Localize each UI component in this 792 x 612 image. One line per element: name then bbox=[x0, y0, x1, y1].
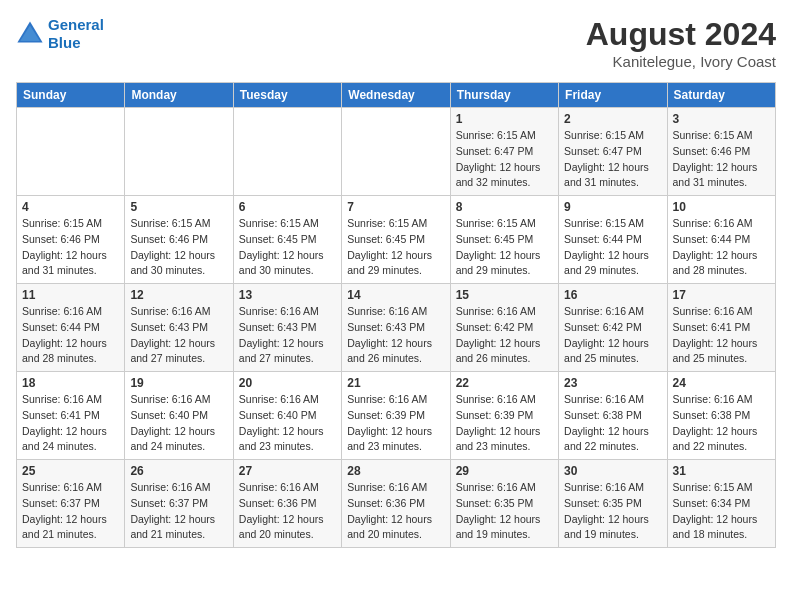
day-info: Sunrise: 6:15 AMSunset: 6:45 PMDaylight:… bbox=[239, 216, 336, 279]
title-block: August 2024 Kanitelegue, Ivory Coast bbox=[586, 16, 776, 70]
header-day: Monday bbox=[125, 83, 233, 108]
day-number: 15 bbox=[456, 288, 553, 302]
day-number: 13 bbox=[239, 288, 336, 302]
day-number: 25 bbox=[22, 464, 119, 478]
calendar-cell bbox=[17, 108, 125, 196]
day-number: 21 bbox=[347, 376, 444, 390]
calendar-cell: 30Sunrise: 6:16 AMSunset: 6:35 PMDayligh… bbox=[559, 460, 667, 548]
header-day: Friday bbox=[559, 83, 667, 108]
day-number: 31 bbox=[673, 464, 770, 478]
calendar-cell: 25Sunrise: 6:16 AMSunset: 6:37 PMDayligh… bbox=[17, 460, 125, 548]
day-info: Sunrise: 6:16 AMSunset: 6:42 PMDaylight:… bbox=[564, 304, 661, 367]
day-info: Sunrise: 6:15 AMSunset: 6:47 PMDaylight:… bbox=[456, 128, 553, 191]
day-info: Sunrise: 6:16 AMSunset: 6:39 PMDaylight:… bbox=[456, 392, 553, 455]
day-info: Sunrise: 6:15 AMSunset: 6:46 PMDaylight:… bbox=[130, 216, 227, 279]
day-info: Sunrise: 6:16 AMSunset: 6:37 PMDaylight:… bbox=[130, 480, 227, 543]
day-info: Sunrise: 6:16 AMSunset: 6:43 PMDaylight:… bbox=[130, 304, 227, 367]
calendar-cell bbox=[233, 108, 341, 196]
day-info: Sunrise: 6:15 AMSunset: 6:46 PMDaylight:… bbox=[673, 128, 770, 191]
calendar-cell: 22Sunrise: 6:16 AMSunset: 6:39 PMDayligh… bbox=[450, 372, 558, 460]
calendar-cell bbox=[125, 108, 233, 196]
day-info: Sunrise: 6:16 AMSunset: 6:43 PMDaylight:… bbox=[347, 304, 444, 367]
day-info: Sunrise: 6:16 AMSunset: 6:44 PMDaylight:… bbox=[22, 304, 119, 367]
day-info: Sunrise: 6:16 AMSunset: 6:38 PMDaylight:… bbox=[673, 392, 770, 455]
day-number: 17 bbox=[673, 288, 770, 302]
day-number: 26 bbox=[130, 464, 227, 478]
calendar-cell: 4Sunrise: 6:15 AMSunset: 6:46 PMDaylight… bbox=[17, 196, 125, 284]
day-info: Sunrise: 6:16 AMSunset: 6:41 PMDaylight:… bbox=[673, 304, 770, 367]
day-info: Sunrise: 6:16 AMSunset: 6:36 PMDaylight:… bbox=[347, 480, 444, 543]
calendar-cell: 19Sunrise: 6:16 AMSunset: 6:40 PMDayligh… bbox=[125, 372, 233, 460]
logo-icon bbox=[16, 20, 44, 48]
calendar-cell: 17Sunrise: 6:16 AMSunset: 6:41 PMDayligh… bbox=[667, 284, 775, 372]
day-number: 11 bbox=[22, 288, 119, 302]
header-day: Thursday bbox=[450, 83, 558, 108]
calendar-cell bbox=[342, 108, 450, 196]
calendar-cell: 8Sunrise: 6:15 AMSunset: 6:45 PMDaylight… bbox=[450, 196, 558, 284]
day-number: 19 bbox=[130, 376, 227, 390]
calendar-title: August 2024 bbox=[586, 16, 776, 53]
day-number: 23 bbox=[564, 376, 661, 390]
calendar-cell: 13Sunrise: 6:16 AMSunset: 6:43 PMDayligh… bbox=[233, 284, 341, 372]
calendar-cell: 29Sunrise: 6:16 AMSunset: 6:35 PMDayligh… bbox=[450, 460, 558, 548]
calendar-week-row: 18Sunrise: 6:16 AMSunset: 6:41 PMDayligh… bbox=[17, 372, 776, 460]
calendar-cell: 12Sunrise: 6:16 AMSunset: 6:43 PMDayligh… bbox=[125, 284, 233, 372]
day-info: Sunrise: 6:16 AMSunset: 6:38 PMDaylight:… bbox=[564, 392, 661, 455]
day-number: 12 bbox=[130, 288, 227, 302]
day-info: Sunrise: 6:16 AMSunset: 6:40 PMDaylight:… bbox=[130, 392, 227, 455]
page-header: General Blue August 2024 Kanitelegue, Iv… bbox=[16, 16, 776, 70]
day-number: 27 bbox=[239, 464, 336, 478]
day-number: 6 bbox=[239, 200, 336, 214]
day-info: Sunrise: 6:16 AMSunset: 6:41 PMDaylight:… bbox=[22, 392, 119, 455]
calendar-cell: 10Sunrise: 6:16 AMSunset: 6:44 PMDayligh… bbox=[667, 196, 775, 284]
day-number: 8 bbox=[456, 200, 553, 214]
day-number: 10 bbox=[673, 200, 770, 214]
day-number: 20 bbox=[239, 376, 336, 390]
day-number: 9 bbox=[564, 200, 661, 214]
calendar-cell: 31Sunrise: 6:15 AMSunset: 6:34 PMDayligh… bbox=[667, 460, 775, 548]
calendar-cell: 27Sunrise: 6:16 AMSunset: 6:36 PMDayligh… bbox=[233, 460, 341, 548]
day-info: Sunrise: 6:16 AMSunset: 6:37 PMDaylight:… bbox=[22, 480, 119, 543]
day-info: Sunrise: 6:15 AMSunset: 6:34 PMDaylight:… bbox=[673, 480, 770, 543]
calendar-cell: 20Sunrise: 6:16 AMSunset: 6:40 PMDayligh… bbox=[233, 372, 341, 460]
day-info: Sunrise: 6:16 AMSunset: 6:35 PMDaylight:… bbox=[456, 480, 553, 543]
header-day: Sunday bbox=[17, 83, 125, 108]
calendar-cell: 28Sunrise: 6:16 AMSunset: 6:36 PMDayligh… bbox=[342, 460, 450, 548]
header-day: Saturday bbox=[667, 83, 775, 108]
day-info: Sunrise: 6:16 AMSunset: 6:40 PMDaylight:… bbox=[239, 392, 336, 455]
calendar-cell: 2Sunrise: 6:15 AMSunset: 6:47 PMDaylight… bbox=[559, 108, 667, 196]
calendar-subtitle: Kanitelegue, Ivory Coast bbox=[586, 53, 776, 70]
day-info: Sunrise: 6:16 AMSunset: 6:36 PMDaylight:… bbox=[239, 480, 336, 543]
logo-text: General Blue bbox=[48, 16, 104, 52]
day-info: Sunrise: 6:16 AMSunset: 6:39 PMDaylight:… bbox=[347, 392, 444, 455]
day-number: 4 bbox=[22, 200, 119, 214]
calendar-cell: 24Sunrise: 6:16 AMSunset: 6:38 PMDayligh… bbox=[667, 372, 775, 460]
header-row: SundayMondayTuesdayWednesdayThursdayFrid… bbox=[17, 83, 776, 108]
calendar-cell: 5Sunrise: 6:15 AMSunset: 6:46 PMDaylight… bbox=[125, 196, 233, 284]
day-number: 3 bbox=[673, 112, 770, 126]
day-number: 1 bbox=[456, 112, 553, 126]
day-info: Sunrise: 6:15 AMSunset: 6:47 PMDaylight:… bbox=[564, 128, 661, 191]
day-number: 14 bbox=[347, 288, 444, 302]
day-number: 7 bbox=[347, 200, 444, 214]
calendar-table: SundayMondayTuesdayWednesdayThursdayFrid… bbox=[16, 82, 776, 548]
logo: General Blue bbox=[16, 16, 104, 52]
day-number: 2 bbox=[564, 112, 661, 126]
calendar-week-row: 11Sunrise: 6:16 AMSunset: 6:44 PMDayligh… bbox=[17, 284, 776, 372]
calendar-cell: 3Sunrise: 6:15 AMSunset: 6:46 PMDaylight… bbox=[667, 108, 775, 196]
calendar-cell: 15Sunrise: 6:16 AMSunset: 6:42 PMDayligh… bbox=[450, 284, 558, 372]
calendar-cell: 21Sunrise: 6:16 AMSunset: 6:39 PMDayligh… bbox=[342, 372, 450, 460]
calendar-cell: 11Sunrise: 6:16 AMSunset: 6:44 PMDayligh… bbox=[17, 284, 125, 372]
day-info: Sunrise: 6:15 AMSunset: 6:46 PMDaylight:… bbox=[22, 216, 119, 279]
calendar-cell: 18Sunrise: 6:16 AMSunset: 6:41 PMDayligh… bbox=[17, 372, 125, 460]
day-info: Sunrise: 6:16 AMSunset: 6:35 PMDaylight:… bbox=[564, 480, 661, 543]
day-number: 29 bbox=[456, 464, 553, 478]
calendar-cell: 1Sunrise: 6:15 AMSunset: 6:47 PMDaylight… bbox=[450, 108, 558, 196]
calendar-cell: 16Sunrise: 6:16 AMSunset: 6:42 PMDayligh… bbox=[559, 284, 667, 372]
day-info: Sunrise: 6:16 AMSunset: 6:44 PMDaylight:… bbox=[673, 216, 770, 279]
day-number: 24 bbox=[673, 376, 770, 390]
day-number: 5 bbox=[130, 200, 227, 214]
calendar-cell: 26Sunrise: 6:16 AMSunset: 6:37 PMDayligh… bbox=[125, 460, 233, 548]
day-info: Sunrise: 6:16 AMSunset: 6:43 PMDaylight:… bbox=[239, 304, 336, 367]
day-info: Sunrise: 6:15 AMSunset: 6:44 PMDaylight:… bbox=[564, 216, 661, 279]
